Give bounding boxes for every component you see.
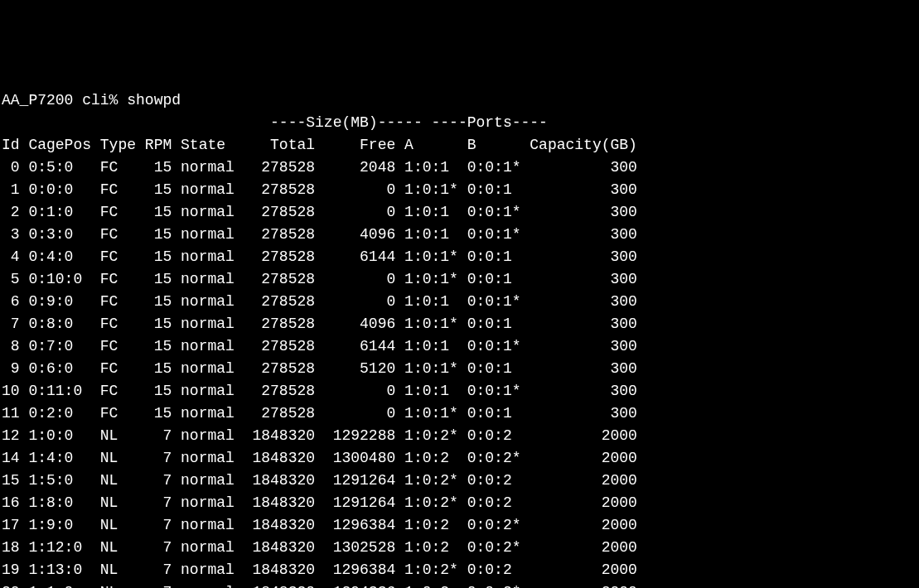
terminal-output[interactable]: AA_P7200 cli% showpd ----Size(MB)----- -…: [0, 89, 919, 588]
